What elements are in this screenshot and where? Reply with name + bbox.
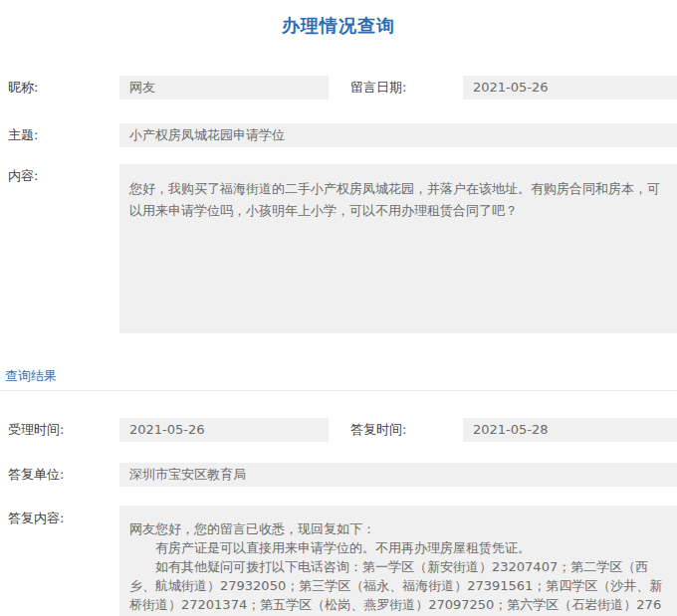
reply-unit-label: 答复单位: (8, 463, 64, 487)
reply-unit-input[interactable]: 深圳市宝安区教育局 (119, 463, 677, 487)
subject-label: 主题: (8, 123, 38, 147)
page-title: 办理情况查询 (0, 14, 677, 38)
nickname-label: 昵称: (8, 76, 38, 100)
reply-time-input[interactable]: 2021-05-28 (463, 418, 677, 442)
section-divider (0, 390, 677, 391)
content-textarea[interactable]: 您好，我购买了福海街道的二手小产权房凤城花园，并落户在该地址。有购房合同和房本，… (119, 164, 677, 333)
accept-time-input[interactable]: 2021-05-26 (119, 418, 329, 442)
reply-time-label: 答复时间: (350, 418, 406, 442)
reply-content-label: 答复内容: (8, 510, 64, 527)
reply-content-textarea[interactable]: 网友您好，您的留言已收悉，现回复如下： 有房产证是可以直接用来申请学位的。不用再… (119, 506, 677, 616)
nickname-input[interactable]: 网友 (119, 76, 329, 100)
query-result-link[interactable]: 查询结果 (5, 367, 57, 385)
message-date-label: 留言日期: (350, 76, 406, 100)
message-date-input[interactable]: 2021-05-26 (463, 76, 677, 100)
accept-time-label: 受理时间: (8, 418, 64, 442)
content-label: 内容: (8, 167, 38, 185)
inquiry-status-page: 办理情况查询 昵称: 网友 留言日期: 2021-05-26 主题: 小产权房凤… (0, 0, 677, 616)
subject-input[interactable]: 小产权房凤城花园申请学位 (119, 123, 677, 147)
